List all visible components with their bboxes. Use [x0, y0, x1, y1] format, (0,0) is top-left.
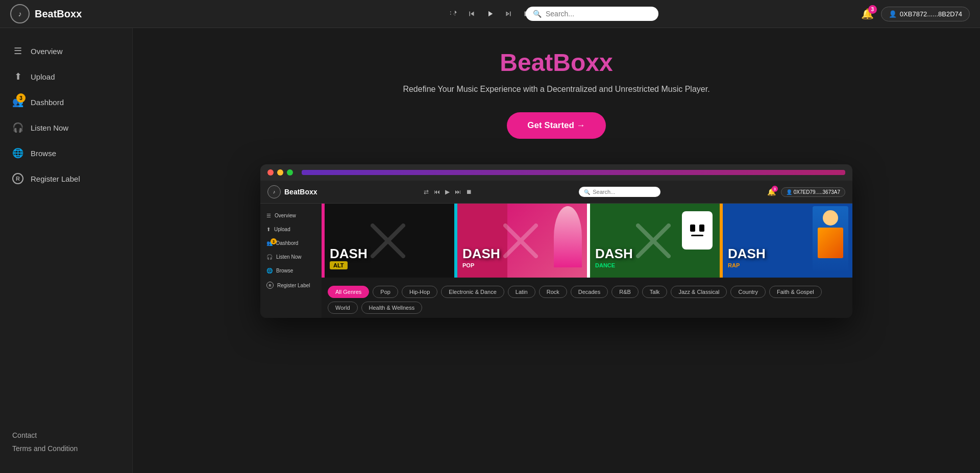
rap-banner-subtitle: RAP — [728, 262, 740, 268]
pop-banner-title: DASH — [462, 247, 500, 260]
preview-body: ☰ Overview ⬆ Upload 👥 3 Dashbord — [260, 204, 852, 318]
sidebar-item-upload[interactable]: ⬆ Upload — [0, 64, 132, 89]
preview-play-icon[interactable]: ▶ — [445, 188, 450, 195]
rap-banner-label: DASH RAP — [728, 247, 766, 269]
nav-items: ☰ Overview ⬆ Upload 👥 3 Dashbord 🎧 Liste… — [0, 38, 132, 421]
get-started-button[interactable]: Get Started → — [507, 112, 605, 139]
sidebar-item-browse[interactable]: 🌐 Browse — [0, 140, 132, 166]
banner-card-dance[interactable]: DASH DANCE — [587, 204, 720, 278]
preview-dashbord-badge: 3 — [271, 238, 277, 244]
genre-pill-rnb[interactable]: R&B — [611, 286, 639, 298]
sidebar-item-listen-now[interactable]: 🎧 Listen Now — [0, 115, 132, 140]
banner-row: DASH ALT — [322, 204, 852, 278]
preview-register-icon: R — [266, 282, 274, 289]
preview-notif-badge: 3 — [772, 186, 778, 192]
topbar-search-area: 🔍 — [526, 7, 658, 21]
wallet-address: 0XB7872......8B2D74 — [900, 10, 962, 18]
preview-notification-button[interactable]: 🔔 3 — [767, 188, 776, 196]
sidebar-footer: Contact Terms and Condition — [0, 421, 132, 463]
rap-head — [823, 210, 838, 226]
preview-search-bar[interactable]: 🔍 — [579, 187, 660, 197]
preview-stop-icon[interactable]: ⏹ — [466, 188, 472, 195]
preview-nav-register-label[interactable]: R Register Label — [260, 278, 322, 293]
genre-pill-rock[interactable]: Rock — [539, 286, 567, 298]
preview-window: ♪ BeatBoxx ⇄ ⏮ ▶ ⏭ ⏹ 🔍 — [260, 164, 852, 318]
genre-pill-jazz[interactable]: Jazz & Classical — [671, 286, 727, 298]
shuffle-button[interactable] — [449, 9, 458, 18]
preview-nav-browse[interactable]: 🌐 Browse — [260, 264, 322, 278]
preview-logo-icon: ♪ — [267, 185, 281, 198]
banner-card-alt[interactable]: DASH ALT — [322, 204, 454, 278]
preview-shuffle-icon[interactable]: ⇄ — [424, 188, 429, 195]
genre-pill-world[interactable]: World — [328, 302, 358, 314]
dance-banner-title: DASH — [595, 247, 633, 260]
genre-pill-decades[interactable]: Decades — [571, 286, 608, 298]
sidebar-item-dashbord[interactable]: 👥 3 Dashbord — [0, 89, 132, 115]
preview-wallet-button[interactable]: 👤 0X7ED79.....3673A7 — [781, 187, 845, 197]
prev-button[interactable] — [467, 9, 476, 18]
person-icon: 👤 — [889, 10, 897, 18]
genre-pill-country[interactable]: Country — [730, 286, 766, 298]
headphones-icon: 🎧 — [12, 122, 23, 133]
next-button[interactable] — [504, 9, 513, 18]
genre-pill-latin[interactable]: Latin — [508, 286, 535, 298]
sidebar-label-listen-now: Listen Now — [31, 123, 68, 132]
preview-titlebar — [260, 164, 852, 181]
main-content: BeatBoxx Redefine Your Music Experience … — [133, 28, 980, 473]
preview-inner: ♪ BeatBoxx ⇄ ⏮ ▶ ⏭ ⏹ 🔍 — [260, 181, 852, 318]
preview-nav-label-dashbord: Dashbord — [276, 240, 298, 246]
preview-nav-label-overview: Overview — [275, 213, 296, 218]
preview-logo: ♪ BeatBoxx — [267, 185, 317, 198]
search-bar[interactable]: 🔍 — [526, 7, 658, 21]
topbar-right: 🔔 3 👤 0XB7872......8B2D74 — [861, 7, 970, 21]
preview-next-icon[interactable]: ⏭ — [455, 188, 461, 195]
minimize-dot[interactable] — [277, 169, 283, 176]
menu-icon: ☰ — [12, 45, 23, 57]
title-gradient — [302, 170, 845, 175]
search-input[interactable] — [546, 10, 651, 18]
preview-prev-icon[interactable]: ⏮ — [434, 188, 440, 195]
notification-badge: 3 — [868, 5, 877, 14]
preview-menu-icon: ☰ — [266, 213, 271, 218]
genre-pill-faith[interactable]: Faith & Gospel — [769, 286, 822, 298]
logo-icon: ♪ — [10, 4, 30, 23]
genre-pill-pop[interactable]: Pop — [373, 286, 398, 298]
wallet-button[interactable]: 👤 0XB7872......8B2D74 — [881, 7, 970, 21]
hero-subtitle: Redefine Your Music Experience with a De… — [403, 85, 709, 94]
sidebar-item-register-label[interactable]: R Register Label — [0, 166, 132, 191]
genre-pill-talk[interactable]: Talk — [642, 286, 668, 298]
preview-search-input[interactable] — [593, 189, 655, 195]
rap-banner-title: DASH — [728, 247, 766, 260]
genre-pill-health[interactable]: Health & Wellness — [361, 302, 423, 314]
preview-nav-listen-now[interactable]: 🎧 Listen Now — [260, 250, 322, 264]
preview-nav-label-register-label: Register Label — [277, 283, 310, 288]
notification-button[interactable]: 🔔 3 — [861, 8, 874, 20]
banner-card-rap[interactable]: DASH RAP — [720, 204, 852, 278]
preview-playback-controls: ⇄ ⏮ ▶ ⏭ ⏹ — [424, 188, 472, 195]
sidebar-label-upload: Upload — [31, 72, 55, 81]
playback-controls — [449, 9, 531, 18]
genre-pill-electronic[interactable]: Electronic & Dance — [441, 286, 504, 298]
logo-text: BeatBoxx — [35, 8, 82, 20]
dance-banner-subtitle: DANCE — [595, 262, 615, 268]
preview-person-icon: 👤 — [786, 189, 792, 195]
preview-nav-overview[interactable]: ☰ Overview — [260, 209, 322, 222]
preview-nav-label-listen-now: Listen Now — [276, 254, 301, 260]
play-button[interactable] — [485, 9, 495, 18]
preview-sidebar: ☰ Overview ⬆ Upload 👥 3 Dashbord — [260, 204, 322, 318]
rap-accent-bar — [720, 204, 723, 278]
contact-link[interactable]: Contact — [12, 431, 120, 439]
close-dot[interactable] — [267, 169, 274, 176]
sidebar-item-overview[interactable]: ☰ Overview — [0, 38, 132, 64]
genre-pill-all[interactable]: All Genres — [328, 286, 369, 298]
preview-nav-upload[interactable]: ⬆ Upload — [260, 222, 322, 236]
banner-card-pop[interactable]: DASH POP — [454, 204, 587, 278]
genre-pill-hiphop[interactable]: Hip-Hop — [402, 286, 437, 298]
terms-link[interactable]: Terms and Condition — [12, 444, 120, 453]
alt-banner-subtitle: ALT — [330, 261, 348, 269]
preview-nav-dashbord[interactable]: 👥 3 Dashbord — [260, 236, 322, 250]
pop-banner-subtitle: POP — [462, 262, 474, 268]
upload-icon: ⬆ — [12, 71, 23, 82]
maximize-dot[interactable] — [287, 169, 293, 176]
alt-banner-label: DASH ALT — [330, 247, 368, 269]
